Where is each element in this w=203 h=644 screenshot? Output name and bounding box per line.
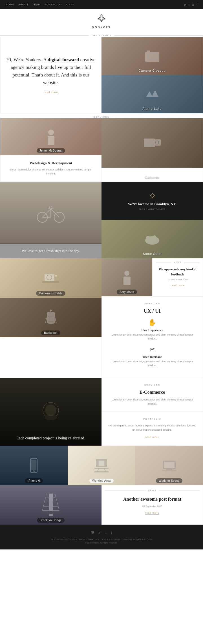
portfolio-box: PORTFOLIO We are regarded as an industry… [102, 412, 203, 445]
ecommerce-desc: Lorem ipsum dolor sit amet, consetetur s… [107, 398, 197, 406]
agency-section-label: THE AGENCY [0, 34, 203, 37]
cameras-tile: Cameras [102, 118, 203, 182]
user-experience-item: ✋ User Experience Lorem ipsum dolor sit … [107, 319, 197, 341]
svg-rect-52 [164, 462, 175, 468]
camera-backpack-col: Camera on Table Backpack [0, 258, 102, 378]
svg-point-26 [156, 239, 158, 241]
svg-rect-29 [55, 275, 57, 277]
services3-label: SERVICES [107, 384, 197, 386]
svg-point-9 [48, 130, 54, 135]
ui-desc: Lorem ipsum dolor sit amet, consetetur s… [107, 360, 197, 368]
footer-twitter-icon[interactable]: 𝔱 [111, 530, 112, 535]
footer-social[interactable]: 𝔅 𝔳 𝔤 𝔱 [6, 530, 197, 535]
bike-overlay-text: We love to get a fresh start into the da… [0, 244, 102, 258]
services1-row: Jenny McDougal Webdesign & Development L… [0, 118, 203, 182]
news2-box: NEWS Another awesome post format 05 Sept… [102, 485, 203, 525]
salat-label: Some Salat [102, 252, 203, 255]
ui-title: User Interface [143, 355, 162, 358]
svg-rect-46 [99, 461, 104, 466]
nav-links[interactable]: HOME ABOUT TEAM PORTFOLIO BLOG [6, 3, 74, 6]
svg-rect-62 [41, 511, 61, 514]
bike-location-row: We love to get a fresh start into the da… [0, 182, 203, 258]
svg-line-17 [42, 209, 51, 217]
news1-label: NEWS [155, 261, 200, 263]
amy-news-row: Amy Matts NEWS We appreciate any kind of… [102, 258, 203, 296]
bike-tile: We love to get a fresh start into the da… [0, 182, 102, 258]
news1-date: 05 September 2015 [155, 278, 200, 281]
camera-on-table-tile: Camera on Table [0, 258, 102, 298]
svg-line-18 [51, 209, 59, 217]
amy-tile: Amy Matts [102, 258, 152, 296]
news2-title: Another awesome post format [106, 496, 198, 503]
webdesign-title: Webdesign & Development [30, 161, 72, 165]
social-facebook-icon[interactable]: 𝔣 [197, 3, 197, 6]
news2-section-label: NEWS [105, 489, 200, 491]
social-twitter-icon[interactable]: 𝔱 [189, 3, 189, 6]
logo-area: yonkers [0, 9, 203, 32]
ue-title: User Experience [141, 328, 163, 332]
webdesign-service-box: Webdesign & Development Lorem ipsum dolo… [0, 155, 102, 182]
svg-rect-38 [123, 277, 131, 285]
nav-portfolio[interactable]: PORTFOLIO [45, 3, 62, 6]
news-uxui-col: Amy Matts NEWS We appreciate any kind of… [102, 258, 203, 378]
nav-home[interactable]: HOME [6, 3, 14, 6]
portfolio-read-more[interactable]: read more [145, 436, 159, 439]
salat-tile: Some Salat [102, 220, 203, 258]
working-space-tile: Working Space [135, 446, 203, 485]
svg-point-41 [45, 405, 56, 416]
uxui-box: SERVICES UX / UI ✋ User Experience Lorem… [102, 296, 203, 378]
working-area-tile: Working Area [68, 446, 135, 485]
hero-text-box: Hi, We're Yonkers. A digital-forward cre… [0, 37, 102, 113]
iphone-tile: iPhone 6 [0, 446, 68, 485]
footer-vk-icon[interactable]: 𝔳 [98, 530, 100, 535]
news2-read-more[interactable]: read more [145, 511, 159, 515]
nav-blog[interactable]: BLOG [66, 3, 74, 6]
hero-images-col: Camera Closeup Alpine Lake [102, 37, 203, 113]
hero-read-more[interactable]: read more [44, 91, 58, 94]
svg-point-24 [146, 236, 150, 240]
svg-rect-10 [48, 136, 54, 145]
news1-read-more[interactable]: read more [171, 284, 185, 287]
backpack-tile: Backpack [0, 298, 102, 337]
footer-copyright: © 2015 Yonkers. All Rights Reserved. [6, 542, 197, 544]
location-title: We're located in Brooklyn, NY. [128, 201, 176, 207]
nav-about[interactable]: ABOUT [18, 3, 28, 6]
services2-label: SERVICES [107, 302, 197, 305]
alpine-lake-tile: Alpine Lake [102, 75, 203, 113]
svg-rect-43 [31, 460, 36, 470]
footer: 𝔅 𝔳 𝔤 𝔱 285 LEXINGTON AVE, NEW YORK, NY … [0, 525, 203, 549]
ecommerce-title: E-Commerce [107, 390, 197, 395]
social-google-icon[interactable]: 𝔤 [192, 3, 194, 6]
location-salat-col: ◇ We're located in Brooklyn, NY. 285 LEX… [102, 182, 203, 258]
camera-closeup-tile: Camera Closeup [102, 37, 203, 75]
hero-heading: Hi, We're Yonkers. A digital-forward cre… [6, 56, 96, 87]
user-interface-icon: ✂ [149, 345, 155, 353]
location-icon: ◇ [150, 192, 155, 199]
svg-rect-8 [144, 97, 161, 100]
project-tile: Each completed project is being celebrat… [0, 378, 102, 446]
nav-team[interactable]: TEAM [32, 3, 41, 6]
nav-social-links[interactable]: 𝔭 𝔱 𝔤 𝔣 [184, 3, 197, 6]
services1-section-label: SERVICES [0, 116, 203, 118]
working-area-label: Working Area [68, 478, 135, 483]
ecommerce-box: SERVICES E-Commerce Lorem ipsum dolor si… [102, 378, 203, 412]
footer-git-icon[interactable]: 𝔤 [105, 530, 106, 535]
brooklyn-label: Brooklyn Bridge [0, 517, 102, 522]
social-pinterest-icon[interactable]: 𝔭 [184, 3, 186, 6]
top-navigation: HOME ABOUT TEAM PORTFOLIO BLOG 𝔭 𝔱 𝔤 𝔣 [0, 0, 203, 9]
footer-behance-icon[interactable]: 𝔅 [91, 530, 94, 535]
news1-content: We appreciate any kind of feedback 05 Se… [153, 264, 203, 290]
logo-icon [96, 14, 107, 24]
webdesign-desc: Lorem ipsum dolor sit amet, consetetur s… [6, 168, 96, 176]
svg-rect-13 [154, 139, 161, 146]
camera-on-table-label: Camera on Table [0, 290, 102, 295]
news1-title: We appreciate any kind of feedback [155, 267, 200, 277]
svg-rect-34 [50, 310, 52, 311]
svg-line-35 [45, 317, 47, 323]
backpack-label: Backpack [0, 330, 102, 335]
jenny-overlay-label: Jenny McDougal [0, 148, 102, 153]
portfolio-label: PORTFOLIO [107, 418, 197, 420]
project-text: Each completed project is being celebrat… [0, 431, 102, 446]
news1-box: NEWS We appreciate any kind of feedback … [152, 258, 203, 296]
uxui-title: UX / UI [107, 308, 197, 314]
